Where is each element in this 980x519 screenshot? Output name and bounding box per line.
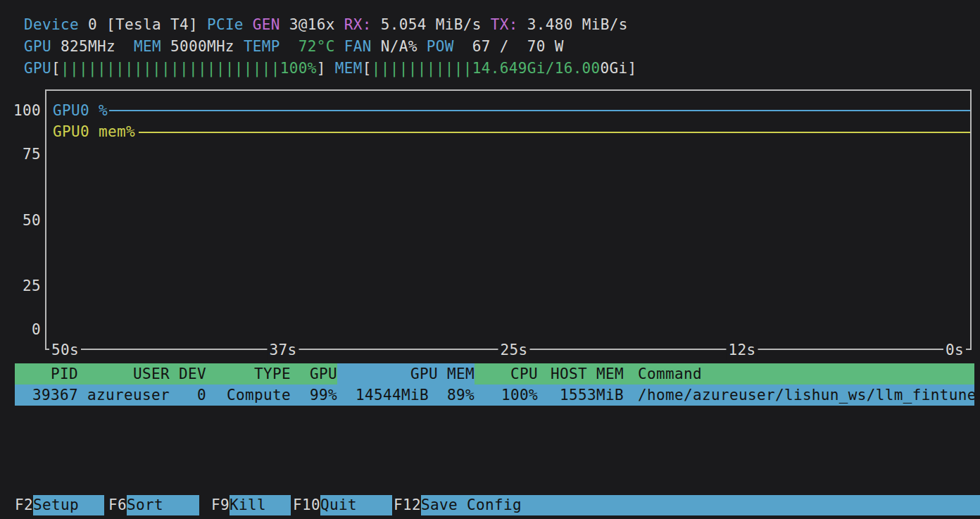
table-cell: azureuser [78,384,170,406]
x-tick-label: 0s [943,340,966,360]
y-axis: 1007550250 [0,89,41,350]
x-tick-label: 25s [498,340,530,360]
y-tick-label: 100 [13,101,41,120]
text-segment: MEM [335,60,363,77]
table-cell: 100% [475,384,538,406]
text-segment: GEN [253,16,289,33]
fkey-label: F9 [211,495,230,515]
table-cell: 0 [170,384,206,406]
column-header: DEV [170,363,206,384]
fkey-label: F6 [108,495,127,515]
text-segment: PCIe [207,16,253,33]
process-table: PIDUSERDEVTYPEGPUGPU MEMCPUHOST MEMComma… [15,363,974,406]
nvtop-terminal: { "palette": { "bg": "#1a1a1c", "white":… [0,0,980,519]
device-line-util-bars: GPU[||||||||||||||||||||||||100%] MEM[||… [24,57,637,79]
x-tick-label: 50s [49,340,81,360]
footer-button-kill[interactable]: Kill [230,495,291,515]
legend-label: GPU0 mem% [53,123,135,140]
legend-label: GPU0 % [53,102,108,119]
text-segment: 3@16x [289,16,344,33]
text-segment: GPU [24,38,51,55]
y-tick-label: 0 [32,320,41,339]
text-segment [335,38,344,55]
text-segment: ||||||||||||||||||||||||100% [61,60,317,77]
device-line-pcie: Device 0 [Tesla T4] PCIe GEN 3@16x RX: 5… [24,13,637,35]
text-segment: MEM [134,38,161,55]
column-header: GPU [291,363,337,384]
text-segment: TEMP [244,38,280,55]
process-row[interactable]: 39367azureuser0Compute99%14544MiB 89%100… [15,384,974,406]
device-line-clocks: GPU 825MHz MEM 5000MHz TEMP 72°C FAN N/A… [24,35,637,57]
legend-item: GPU0 % [53,100,108,121]
text-segment: 0 [79,16,106,33]
footer-button-save-config[interactable]: Save Config [421,495,980,515]
function-key-bar: F2SetupF6SortF9KillF10QuitF12Save Config [0,495,980,515]
text-segment: [ [363,60,372,77]
column-header: Command [624,363,974,384]
legend-item: GPU0 mem% [53,121,135,142]
fkey-label: F12 [394,495,421,515]
text-segment: N/A% [372,38,427,55]
column-header: HOST MEM [538,363,624,384]
text-segment: 72°C [299,38,335,55]
text-segment: 5.054 MiB/s [381,16,491,33]
text-segment: ] [628,60,637,77]
text-segment: POW [427,38,454,55]
text-segment: RX: [344,16,381,33]
y-tick-label: 75 [23,144,41,164]
text-segment [326,60,335,77]
plot-area: 50s37s25s12s0sGPU0 %GPU0 mem% [45,89,972,350]
table-cell: 1553MiB [538,384,624,406]
column-header: CPU [475,363,538,384]
table-cell: 39367 [15,384,78,406]
text-segment: 5000MHz [161,38,244,55]
text-segment: 825MHz [51,38,134,55]
text-segment: Device [24,16,79,33]
text-segment: [ [51,60,61,77]
footer-button-setup[interactable]: Setup [33,495,104,515]
text-segment: ] [317,60,326,77]
table-body: 39367azureuser0Compute99%14544MiB 89%100… [15,384,974,406]
table-cell: 99% [291,384,337,406]
series-line [109,110,970,111]
fkey-label: F10 [293,495,320,515]
column-header: USER [78,363,170,384]
device-info: Device 0 [Tesla T4] PCIe GEN 3@16x RX: 5… [24,13,637,79]
text-segment: [Tesla T4] [106,16,207,33]
footer-button-quit[interactable]: Quit [320,495,392,515]
text-segment: 0Gi [601,60,628,77]
y-tick-label: 25 [23,276,41,296]
y-tick-label: 50 [23,211,41,230]
text-segment: |||||||||||14.649Gi/16.00 [372,60,601,77]
text-segment: TX: [491,16,527,33]
column-header: TYPE [206,363,291,384]
table-cell: Compute [206,384,291,406]
utilization-chart: 1007550250 50s37s25s12s0sGPU0 %GPU0 mem% [0,89,972,350]
text-segment: 67 / 70 W [454,38,564,55]
series-line [139,132,970,133]
x-tick-label: 37s [268,340,299,360]
table-header-row: PIDUSERDEVTYPEGPUGPU MEMCPUHOST MEMComma… [15,363,974,384]
column-header: GPU MEM [337,363,475,384]
x-tick-label: 12s [727,340,758,360]
column-header: PID [15,363,78,384]
fkey-label: F2 [15,495,33,515]
text-segment: GPU [24,60,51,77]
text-segment: FAN [344,38,372,55]
footer-button-sort[interactable]: Sort [127,495,199,515]
table-cell: /home/azureuser/lishun_ws/llm_fintune [624,384,974,406]
text-segment [280,38,299,55]
text-segment: 3.480 MiB/s [527,16,628,33]
table-cell: 14544MiB 89% [337,384,475,406]
